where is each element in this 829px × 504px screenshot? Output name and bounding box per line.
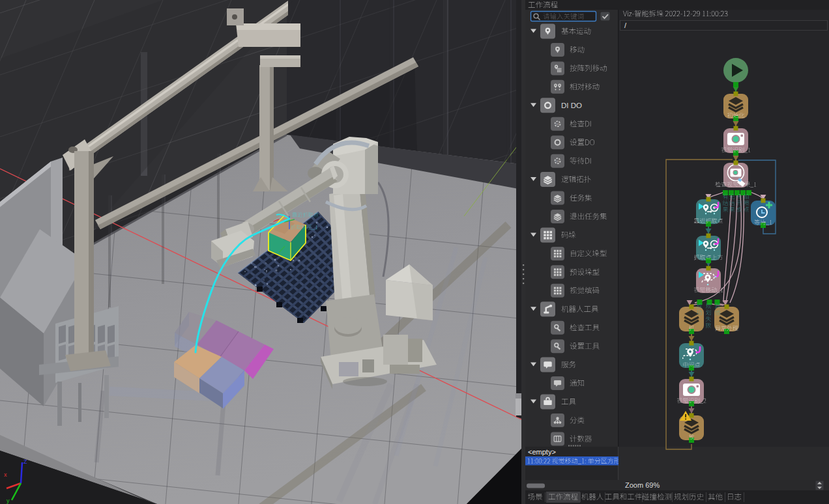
svg-text:DI: DI <box>556 122 559 126</box>
svg-text:y: y <box>7 497 10 504</box>
svg-text:x: x <box>4 471 7 478</box>
svg-text:DI: DI <box>556 160 559 163</box>
svg-text:DI DO: DI DO <box>561 102 582 109</box>
svg-text:Zoom 69%: Zoom 69% <box>625 481 660 489</box>
svg-text:Z: Z <box>23 458 27 465</box>
svg-text:<empty>: <empty> <box>528 448 556 456</box>
